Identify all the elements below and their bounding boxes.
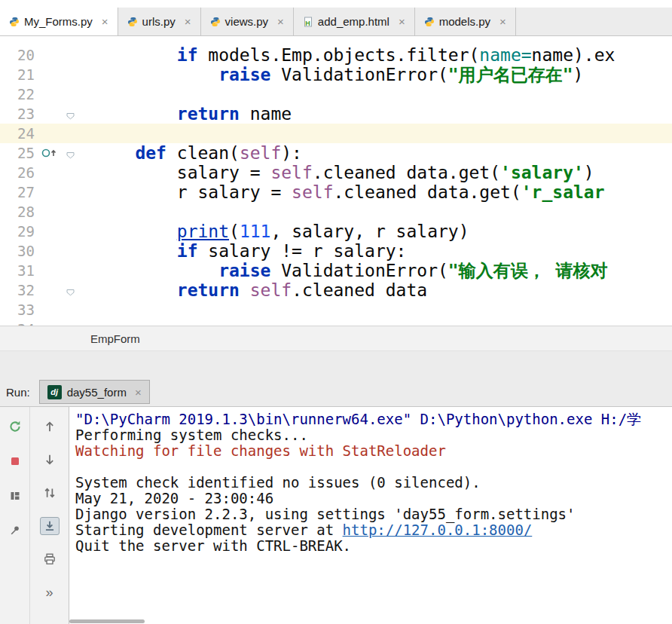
breadcrumb[interactable]: EmpForm	[90, 332, 140, 345]
code-text: return name	[86, 104, 672, 124]
gutter	[38, 300, 86, 320]
run-console-output[interactable]: "D:\PyCharm 2019.1.3\bin\runnerw64.exe" …	[69, 407, 672, 618]
scroll-to-end-button[interactable]	[40, 517, 60, 535]
code-line[interactable]: 34	[0, 320, 672, 326]
gutter	[38, 222, 86, 241]
fold-marker-icon[interactable]	[66, 148, 75, 162]
gutter	[38, 84, 86, 104]
code-line[interactable]: 31 raise ValidationError("输入有误， 请核对	[0, 261, 672, 280]
code-token: 'r_salar	[521, 182, 605, 202]
code-text: return self.cleaned_data	[86, 280, 672, 300]
code-token: .cleaned_data.get(	[334, 182, 521, 202]
close-tab-icon[interactable]: ×	[399, 15, 405, 28]
close-tab-icon[interactable]: ×	[499, 15, 506, 28]
line-number: 27	[0, 182, 38, 202]
code-text	[86, 320, 672, 326]
code-token: 'salary'	[500, 163, 584, 182]
gutter	[38, 202, 86, 222]
code-line[interactable]: 27 r_salary = self.cleaned_data.get('r_s…	[0, 182, 672, 202]
code-line[interactable]: 25 def clean(self):	[0, 143, 672, 163]
scrollbar-thumb[interactable]	[69, 619, 145, 623]
console-text: System check identified no issues (0 sil…	[75, 474, 481, 491]
code-token: self	[292, 182, 333, 202]
code-editor[interactable]: 20 if models.Emp.objects.filter(name=nam…	[0, 36, 672, 326]
code-token: name	[240, 104, 292, 124]
python-file-icon	[424, 17, 435, 27]
down-arrow-button[interactable]	[40, 451, 60, 469]
code-token: "输入有误， 请核对	[448, 261, 608, 280]
code-text	[86, 202, 672, 222]
tab-label: models.py	[439, 15, 490, 28]
close-run-tab-icon[interactable]: ×	[135, 386, 142, 399]
code-line[interactable]: 32 return self.cleaned_data	[0, 280, 672, 300]
tab-models-py[interactable]: models.py ×	[415, 8, 516, 35]
console-line: Performing system checks...	[75, 427, 672, 443]
code-token: "用户名已存在"	[448, 65, 573, 84]
code-line[interactable]: 26 salary = self.cleaned_data.get('salar…	[0, 163, 672, 182]
code-text	[86, 300, 672, 320]
tab-views-py[interactable]: views.py ×	[201, 8, 294, 35]
line-number: 30	[0, 241, 38, 261]
code-token: name=	[479, 45, 531, 65]
python-file-icon	[127, 17, 138, 27]
code-token: return	[177, 104, 240, 124]
code-line[interactable]: 30 if salary != r_salary:	[0, 241, 672, 261]
code-token: raise	[218, 65, 270, 84]
pin-icon[interactable]	[5, 522, 25, 540]
tab-my-forms-py[interactable]: My_Forms.py ×	[0, 8, 118, 35]
up-arrow-button[interactable]	[40, 418, 60, 436]
console-toolbar: »	[30, 407, 69, 624]
console-text: "D:\PyCharm 2019.1.3\bin\runnerw64.exe" …	[75, 411, 641, 427]
close-tab-icon[interactable]: ×	[185, 15, 191, 28]
gutter	[38, 45, 86, 65]
horizontal-scrollbar[interactable]	[69, 619, 672, 624]
close-tab-icon[interactable]: ×	[277, 15, 284, 28]
override-method-icon[interactable]	[41, 148, 58, 161]
console-line: Quit the server with CTRL-BREAK.	[75, 538, 672, 554]
more-options-icon[interactable]: »	[40, 583, 60, 601]
fold-marker-icon[interactable]	[66, 109, 75, 123]
line-number: 34	[0, 320, 38, 326]
code-text: raise ValidationError("输入有误， 请核对	[86, 261, 672, 280]
line-number: 29	[0, 222, 38, 241]
line-number: 25	[0, 143, 38, 163]
stop-button[interactable]	[5, 452, 25, 470]
code-text: if models.Emp.objects.filter(name=name).…	[86, 45, 672, 65]
line-number: 21	[0, 65, 38, 84]
line-number: 20	[0, 45, 38, 65]
console-link[interactable]: http://127.0.0.1:8000/	[343, 522, 533, 538]
code-text: raise ValidationError("用户名已存在")	[86, 65, 672, 84]
code-token: .cleaned_data	[292, 280, 427, 300]
fold-marker-icon[interactable]	[66, 286, 75, 299]
close-tab-icon[interactable]: ×	[102, 15, 108, 28]
code-line[interactable]: 20 if models.Emp.objects.filter(name=nam…	[0, 45, 672, 65]
run-config-tab[interactable]: dj day55_form ×	[39, 380, 150, 404]
line-number: 24	[0, 124, 38, 143]
code-token: )	[573, 65, 584, 84]
code-line[interactable]: 24	[0, 124, 672, 143]
python-file-icon	[210, 17, 221, 27]
console-line: May 21, 2020 - 23:00:46	[75, 491, 672, 506]
console-text	[75, 458, 84, 475]
code-line[interactable]: 33	[0, 300, 672, 320]
code-token: ):	[281, 143, 302, 163]
code-token: ValidationError(	[270, 65, 447, 84]
code-line[interactable]: 22	[0, 84, 672, 104]
code-token: )	[584, 163, 594, 182]
restore-layout-button[interactable]	[5, 487, 25, 505]
swap-arrows-icon[interactable]	[40, 484, 60, 502]
print-icon[interactable]	[40, 550, 60, 568]
code-token: def	[135, 143, 166, 163]
tab-add-emp-html[interactable]: H add_emp.html ×	[294, 8, 415, 35]
gutter	[38, 261, 86, 280]
code-line[interactable]: 21 raise ValidationError("用户名已存在")	[0, 65, 672, 84]
gutter	[38, 241, 86, 261]
code-line[interactable]: 23 return name	[0, 104, 672, 124]
code-line[interactable]: 29 print(111, salary, r_salary)	[0, 222, 672, 241]
code-line[interactable]: 28	[0, 202, 672, 222]
rerun-button[interactable]	[5, 418, 25, 436]
tab-urls-py[interactable]: urls.py ×	[118, 8, 201, 35]
editor-lines: 20 if models.Emp.objects.filter(name=nam…	[0, 45, 672, 326]
code-text: print(111, salary, r_salary)	[86, 222, 672, 241]
breadcrumb-bar: EmpForm	[0, 326, 672, 351]
